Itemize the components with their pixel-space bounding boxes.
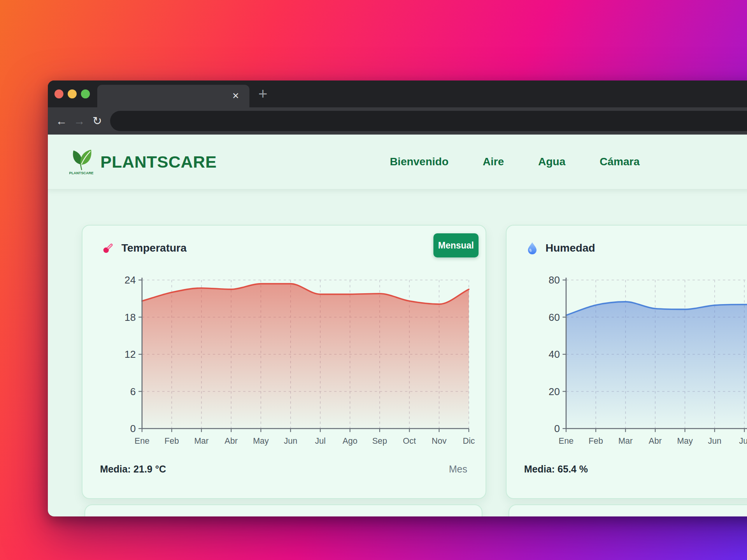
nav-item-camara[interactable]: Cámara — [600, 156, 640, 168]
partial-card-right — [509, 504, 747, 516]
main-nav: Bienvenido Aire Agua Cámara — [390, 156, 640, 168]
svg-text:12: 12 — [124, 348, 136, 360]
svg-text:Jul: Jul — [315, 436, 325, 446]
svg-text:Ene: Ene — [135, 436, 149, 446]
logo-caption: PLANTSCARE — [69, 171, 93, 175]
page-content: PLANTSCARE PLANTSCARE Bienvenido Aire Ag… — [48, 135, 747, 516]
svg-text:Feb: Feb — [589, 436, 603, 446]
svg-text:Ago: Ago — [342, 436, 357, 446]
tab-close-icon[interactable]: ✕ — [232, 92, 239, 100]
svg-text:Feb: Feb — [165, 436, 179, 446]
droplet-icon — [525, 241, 539, 255]
brand-wordmark: PLANTSCARE — [100, 152, 217, 172]
svg-text:24: 24 — [124, 274, 136, 286]
site-header: PLANTSCARE PLANTSCARE Bienvenido Aire Ag… — [48, 135, 747, 190]
svg-text:Dic: Dic — [463, 436, 475, 446]
browser-toolbar: ← → ↻ — [48, 107, 747, 135]
nav-item-agua[interactable]: Agua — [538, 156, 565, 168]
address-bar[interactable] — [110, 111, 747, 131]
svg-text:Sep: Sep — [372, 436, 387, 446]
temperature-card: Temperatura Mensual 06121824EneFebMarAbr… — [82, 225, 486, 499]
x-axis-unit-label: Mes — [449, 464, 467, 475]
card-title-temperatura: Temperatura — [121, 242, 187, 254]
new-tab-icon[interactable]: + — [258, 86, 267, 102]
svg-text:Jul: Jul — [739, 436, 747, 446]
humidity-chart: 020406080EneFebMarAbrMayJunJul — [522, 272, 747, 452]
nav-item-aire[interactable]: Aire — [483, 156, 504, 168]
svg-text:Ene: Ene — [559, 436, 573, 446]
svg-text:Mar: Mar — [194, 436, 209, 446]
browser-tab[interactable]: ✕ — [97, 85, 249, 107]
partial-card-left — [84, 504, 482, 516]
plantscare-logo-icon: PLANTSCARE — [69, 147, 93, 177]
browser-tabstrip: ✕ + — [48, 80, 747, 107]
svg-text:May: May — [253, 436, 269, 446]
svg-text:20: 20 — [549, 386, 560, 397]
svg-text:18: 18 — [124, 312, 136, 323]
thermometer-icon — [101, 241, 115, 255]
svg-text:Abr: Abr — [224, 436, 237, 446]
nav-item-bienvenido[interactable]: Bienvenido — [390, 156, 449, 168]
svg-text:80: 80 — [549, 274, 560, 286]
svg-text:Mar: Mar — [618, 436, 633, 446]
humidity-mean-value: Media: 65.4 % — [524, 464, 588, 475]
minimize-window-button[interactable] — [68, 89, 77, 98]
close-window-button[interactable] — [54, 89, 63, 98]
browser-window: ✕ + ← → ↻ PLANTSCARE — [48, 80, 747, 516]
svg-text:60: 60 — [549, 312, 560, 323]
desktop-background: ✕ + ← → ↻ PLANTSCARE — [0, 0, 747, 560]
temperature-chart: 06121824EneFebMarAbrMayJunJulAgoSepOctNo… — [98, 272, 475, 452]
svg-text:Abr: Abr — [649, 436, 661, 446]
maximize-window-button[interactable] — [81, 89, 90, 98]
svg-text:40: 40 — [549, 348, 560, 360]
brand[interactable]: PLANTSCARE PLANTSCARE — [69, 147, 217, 177]
forward-icon[interactable]: → — [70, 116, 88, 127]
back-icon[interactable]: ← — [53, 116, 70, 127]
reload-icon[interactable]: ↻ — [88, 116, 106, 127]
humidity-card: Humedad 020406080EneFebMarAbrMayJunJul M… — [506, 225, 747, 499]
svg-text:Jun: Jun — [284, 436, 297, 446]
svg-text:May: May — [677, 436, 693, 446]
svg-text:Oct: Oct — [403, 436, 416, 446]
svg-text:Jun: Jun — [708, 436, 721, 446]
svg-text:6: 6 — [130, 386, 136, 397]
svg-text:0: 0 — [554, 423, 560, 434]
temperature-mean-value: Media: 21.9 °C — [100, 464, 166, 475]
period-button-mensual[interactable]: Mensual — [433, 233, 479, 257]
svg-text:0: 0 — [130, 423, 136, 434]
svg-text:Nov: Nov — [432, 436, 447, 446]
window-controls — [54, 89, 90, 98]
card-title-humedad: Humedad — [545, 242, 595, 254]
